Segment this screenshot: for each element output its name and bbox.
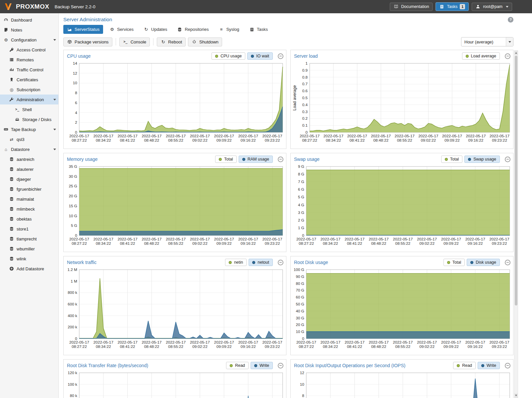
sidebar-item-wlink[interactable]: wlink (0, 254, 58, 264)
sidebar-item-traffic-control[interactable]: Traffic Control (0, 65, 58, 75)
tab-repositories[interactable]: Repositories (173, 25, 212, 34)
svg-text:120 k: 120 k (68, 370, 77, 375)
sidebar-item-qsl3[interactable]: ⇄qsl3 (0, 134, 58, 144)
svg-text:09:09:22: 09:09:22 (443, 344, 459, 349)
db-icon (9, 217, 14, 222)
sidebar-item-datastore[interactable]: ⌂Datastore (0, 144, 58, 154)
db-icon (9, 197, 14, 202)
expander-caret-icon[interactable] (53, 99, 56, 100)
tab-updates[interactable]: ↻Updates (140, 25, 171, 34)
expander-caret-icon[interactable] (53, 129, 56, 130)
sidebar-item-malmalat[interactable]: malmalat (0, 194, 58, 204)
support-icon: ◎ (9, 87, 14, 92)
db-icon (177, 27, 182, 32)
sidebar-item-storage-disks[interactable]: Storage / Disks (0, 114, 58, 124)
sidebar-item-djaeger[interactable]: djaeger (0, 174, 58, 184)
legend-dot-icon (466, 55, 469, 58)
tab-syslog[interactable]: ≡Syslog (215, 25, 243, 34)
sidebar-item-dashboard[interactable]: Dashboard (0, 15, 58, 25)
legend-dot-icon (447, 261, 450, 264)
sidebar-item-tape-backup[interactable]: Tape Backup (0, 124, 58, 134)
package-versions-button[interactable]: Package versions (63, 37, 112, 46)
sidebar-item-label: Add Datastore (17, 266, 44, 271)
legend-read[interactable]: Read (226, 362, 249, 369)
collapse-chart-button[interactable] (505, 260, 510, 265)
svg-text:10: 10 (300, 382, 305, 386)
sidebar-item-subscription[interactable]: ◎Subscription (0, 85, 58, 95)
sidebar-item-configuration[interactable]: ⚙Configuration (0, 35, 58, 45)
sidebar-item-access-control[interactable]: Access Control (0, 45, 58, 55)
sidebar-item-alauterer[interactable]: alauterer (0, 164, 58, 174)
collapse-chart-button[interactable] (505, 363, 510, 368)
legend-swap-usage[interactable]: Swap usage (464, 156, 500, 163)
timeframe-select[interactable]: Hour (average) (461, 37, 513, 46)
sidebar-item-notes[interactable]: Notes (0, 25, 58, 35)
legend-dot-icon (251, 55, 254, 58)
sidebar-item-wbumiller[interactable]: wbumiller (0, 244, 58, 254)
legend-netin[interactable]: netin (225, 259, 247, 266)
sidebar-item-add-datastore[interactable]: Add Datastore (0, 264, 58, 274)
legend-total[interactable]: Total (441, 156, 462, 163)
collapse-chart-button[interactable] (278, 157, 283, 162)
legend-ram-usage[interactable]: RAM usage (239, 156, 273, 163)
scroll-up-button[interactable] (514, 51, 518, 55)
legend-label: netin (234, 260, 243, 265)
legend-netout[interactable]: netout (249, 259, 273, 266)
legend-total[interactable]: Total (215, 156, 236, 163)
svg-text:2022-05-17: 2022-05-17 (69, 134, 89, 138)
sidebar-item-store1[interactable]: store1 (0, 224, 58, 234)
collapse-chart-button[interactable] (278, 363, 283, 368)
legend-dot-icon (457, 364, 460, 367)
scroll-down-button[interactable] (514, 393, 518, 398)
svg-text:2 G: 2 G (298, 218, 304, 222)
svg-text:25 G: 25 G (69, 184, 77, 188)
svg-text:08:41:22: 08:41:22 (120, 241, 135, 245)
toolbar: Package versions>_Console↻RebootShutdown… (59, 34, 518, 49)
sidebar-item-administration[interactable]: Administration (0, 95, 58, 104)
scrollbar-thumb[interactable] (515, 56, 517, 305)
user-menu-button[interactable]: root@pam (472, 3, 512, 11)
svg-text:08:48:22: 08:48:22 (371, 344, 386, 349)
sidebar-item-mlimbeck[interactable]: mlimbeck (0, 204, 58, 214)
reboot-button[interactable]: ↻Reboot (157, 37, 186, 46)
svg-text:20 G: 20 G (69, 194, 77, 198)
sidebar-item-label: Configuration (11, 37, 36, 42)
sidebar-item-obektas[interactable]: obektas (0, 214, 58, 224)
collapse-chart-button[interactable] (278, 53, 283, 59)
legend-disk-usage[interactable]: Disk usage (467, 259, 500, 266)
documentation-button[interactable]: Documentation (390, 3, 433, 11)
tasks-button[interactable]: Tasks 1 (436, 2, 469, 11)
tab-tasks[interactable]: Tasks (246, 25, 271, 34)
legend-write[interactable]: Write (251, 362, 273, 369)
tab-bar: ServerStatus⚙Services↻UpdatesRepositorie… (59, 23, 518, 34)
legend-write[interactable]: Write (478, 362, 500, 369)
expander-caret-icon[interactable] (53, 149, 56, 150)
svg-text:2022-05-17: 2022-05-17 (118, 134, 138, 138)
expander-caret-icon[interactable] (53, 39, 56, 41)
sidebar-item-aantreich[interactable]: aantreich (0, 154, 58, 164)
chevron-down-icon (506, 6, 508, 8)
console-button[interactable]: >_Console (119, 37, 150, 46)
legend-total[interactable]: Total (443, 259, 465, 266)
legend-label: Swap usage (473, 157, 496, 162)
collapse-chart-button[interactable] (505, 53, 510, 59)
legend-read[interactable]: Read (453, 362, 476, 369)
vertical-scrollbar[interactable] (514, 50, 518, 398)
help-icon[interactable]: ? (508, 17, 513, 23)
tab-serverstatus[interactable]: ServerStatus (63, 25, 103, 34)
svg-text:80 k: 80 k (70, 393, 77, 398)
sidebar-item-shell[interactable]: >_Shell (0, 104, 58, 114)
legend-load-average[interactable]: Load average (462, 52, 500, 60)
shutdown-button[interactable]: Shutdown (188, 37, 222, 46)
sidebar-item-fgruenbichler[interactable]: fgruenbichler (0, 184, 58, 194)
collapse-chart-button[interactable] (505, 157, 510, 162)
legend-cpu-usage[interactable]: CPU usage (211, 52, 245, 60)
sidebar-item-tlamprecht[interactable]: tlamprecht (0, 234, 58, 244)
collapse-chart-button[interactable] (278, 260, 283, 265)
sidebar-item-remotes[interactable]: Remotes (0, 55, 58, 65)
sidebar-item-certificates[interactable]: Certificates (0, 75, 58, 85)
tab-services[interactable]: ⚙Services (106, 25, 137, 34)
svg-text:2022-05-17: 2022-05-17 (371, 134, 391, 138)
svg-text:2022-05-17: 2022-05-17 (369, 340, 388, 344)
legend-io-wait[interactable]: IO wait (247, 52, 273, 60)
